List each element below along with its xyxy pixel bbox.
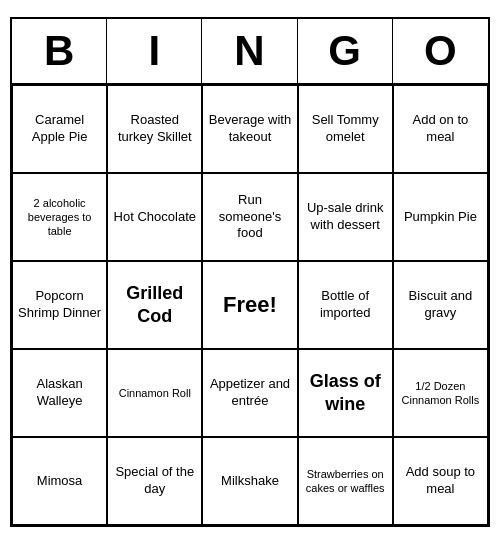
header-letter: B <box>12 19 107 83</box>
bingo-grid: Caramel Apple PieRoasted turkey SkilletB… <box>12 85 488 525</box>
header-letter: O <box>393 19 488 83</box>
bingo-cell: Special of the day <box>107 437 202 525</box>
bingo-cell: Pumpkin Pie <box>393 173 488 261</box>
header-letter: N <box>202 19 297 83</box>
bingo-cell: Up-sale drink with dessert <box>298 173 393 261</box>
bingo-cell: Strawberries on cakes or waffles <box>298 437 393 525</box>
bingo-header: BINGO <box>12 19 488 85</box>
bingo-cell: Cinnamon Roll <box>107 349 202 437</box>
bingo-cell: Milkshake <box>202 437 297 525</box>
bingo-cell: Caramel Apple Pie <box>12 85 107 173</box>
bingo-cell: Run someone's food <box>202 173 297 261</box>
bingo-cell: Free! <box>202 261 297 349</box>
bingo-cell: Appetizer and entrée <box>202 349 297 437</box>
header-letter: I <box>107 19 202 83</box>
bingo-cell: Biscuit and gravy <box>393 261 488 349</box>
bingo-cell: Sell Tommy omelet <box>298 85 393 173</box>
bingo-cell: Bottle of imported <box>298 261 393 349</box>
bingo-cell: Grilled Cod <box>107 261 202 349</box>
header-letter: G <box>298 19 393 83</box>
bingo-cell: Hot Chocolate <box>107 173 202 261</box>
bingo-cell: Add on to meal <box>393 85 488 173</box>
bingo-cell: Add soup to meal <box>393 437 488 525</box>
bingo-cell: 2 alcoholic beverages to table <box>12 173 107 261</box>
bingo-cell: 1/2 Dozen Cinnamon Rolls <box>393 349 488 437</box>
bingo-cell: Glass of wine <box>298 349 393 437</box>
bingo-cell: Popcorn Shrimp Dinner <box>12 261 107 349</box>
bingo-cell: Alaskan Walleye <box>12 349 107 437</box>
bingo-cell: Mimosa <box>12 437 107 525</box>
bingo-cell: Roasted turkey Skillet <box>107 85 202 173</box>
bingo-cell: Beverage with takeout <box>202 85 297 173</box>
bingo-card: BINGO Caramel Apple PieRoasted turkey Sk… <box>10 17 490 527</box>
